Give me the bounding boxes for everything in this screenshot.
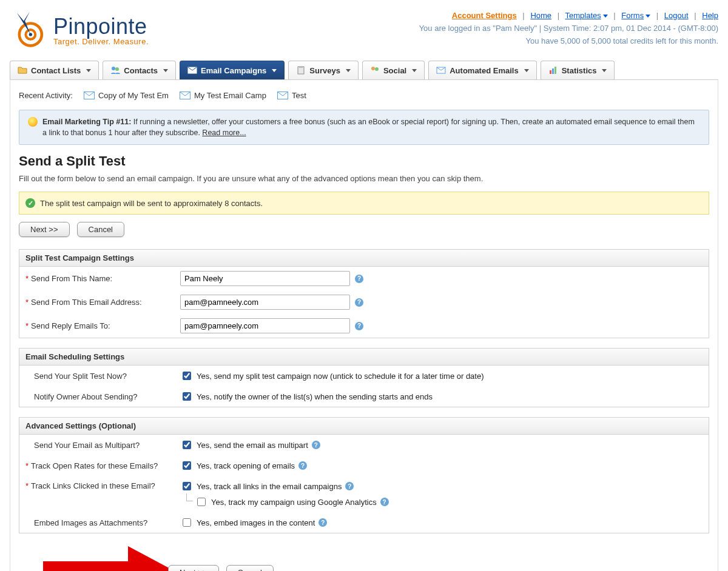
- success-text: The split test campaign will be sent to …: [40, 199, 263, 208]
- reply-to-input[interactable]: [180, 318, 350, 333]
- status-login-line: You are logged in as "Pam Neely" | Syste…: [149, 22, 718, 35]
- help-icon[interactable]: ?: [345, 482, 354, 490]
- envelope-icon: [84, 92, 95, 99]
- tip-read-more-link[interactable]: Read more...: [202, 129, 246, 137]
- recent-label: Recent Activity:: [19, 91, 73, 100]
- button-row-bottom: Next >> Cancel: [168, 565, 274, 571]
- tip-title: Email Marketing Tip #11:: [42, 118, 131, 126]
- svg-rect-13: [552, 68, 554, 74]
- section-advanced: Advanced Settings (Optional) Send Your E…: [19, 417, 709, 533]
- help-icon[interactable]: ?: [380, 498, 389, 506]
- chevron-down-icon: [163, 69, 168, 72]
- tab-contacts[interactable]: Contacts: [103, 61, 176, 79]
- tab-label: Automated Emails: [450, 66, 518, 75]
- track-open-text: Yes, track opening of emails: [197, 461, 295, 470]
- track-links-checkbox[interactable]: [183, 482, 191, 490]
- track-links-text: Yes, track all links in the email campai…: [197, 482, 342, 491]
- envelope-icon: [180, 92, 190, 99]
- from-name-label: Send From This Name:: [31, 274, 112, 283]
- recent-item-label: Test: [292, 91, 306, 100]
- status-credits-line: You have 5,000 of 5,000 total credits le…: [149, 35, 718, 48]
- help-icon[interactable]: ?: [318, 518, 327, 527]
- recent-item[interactable]: Test: [277, 91, 306, 100]
- from-email-label: Send From This Email Address:: [31, 298, 142, 307]
- page-title: Send a Split Test: [19, 153, 709, 169]
- svg-point-4: [112, 67, 115, 70]
- nav-forms[interactable]: Forms: [621, 11, 644, 20]
- button-row-top: Next >> Cancel: [19, 222, 709, 237]
- envelope-icon: [277, 92, 288, 99]
- chevron-down-icon: [602, 69, 607, 72]
- tab-label: Statistics: [562, 66, 597, 75]
- next-button[interactable]: Next >>: [168, 565, 219, 571]
- tab-statistics[interactable]: Statistics: [541, 61, 615, 79]
- nav-logout[interactable]: Logout: [664, 11, 689, 20]
- tab-contact-lists[interactable]: Contact Lists: [10, 61, 99, 79]
- track-open-checkbox[interactable]: [183, 461, 191, 470]
- chevron-down-icon: [645, 15, 650, 18]
- help-icon[interactable]: ?: [355, 322, 363, 330]
- nav-templates[interactable]: Templates: [565, 11, 601, 20]
- embed-images-label: Embed Images as Attachments?: [34, 518, 147, 527]
- send-now-checkbox[interactable]: [183, 372, 191, 380]
- chevron-down-icon: [272, 69, 277, 72]
- notify-owner-text: Yes, notify the owner of the list(s) whe…: [197, 392, 433, 401]
- multipart-checkbox[interactable]: [183, 441, 191, 449]
- main-tabs: Contact Lists Contacts Email Campaigns S…: [10, 61, 718, 80]
- tab-label: Social: [383, 66, 406, 75]
- section-campaign-settings: Split Test Campaign Settings * Send From…: [19, 249, 709, 338]
- lightbulb-icon: [28, 117, 38, 127]
- svg-rect-8: [299, 66, 303, 68]
- reply-to-label: Send Reply Emails To:: [31, 321, 110, 330]
- nav-home[interactable]: Home: [530, 11, 551, 20]
- cancel-button[interactable]: Cancel: [77, 222, 124, 237]
- recent-item-label: My Test Email Camp: [194, 91, 266, 100]
- logo-tagline: Target. Deliver. Measure.: [53, 37, 149, 46]
- tab-email-campaigns[interactable]: Email Campaigns: [180, 61, 285, 79]
- track-open-label: Track Open Rates for these Emails?: [31, 461, 158, 470]
- notify-owner-checkbox[interactable]: [183, 392, 191, 401]
- tab-social[interactable]: Social: [362, 61, 425, 79]
- multipart-text: Yes, send the email as multipart: [197, 441, 308, 450]
- svg-rect-12: [550, 70, 551, 74]
- svg-point-2: [29, 33, 32, 36]
- nav-help[interactable]: Help: [702, 11, 718, 20]
- folder-icon: [18, 65, 27, 75]
- help-icon[interactable]: ?: [312, 441, 320, 449]
- svg-marker-18: [43, 546, 174, 571]
- section-scheduling: Email Scheduling Settings Send Your Spli…: [19, 348, 709, 407]
- help-icon[interactable]: ?: [298, 461, 307, 470]
- recent-activity-bar: Recent Activity: Copy of My Test Em My T…: [10, 86, 718, 105]
- tab-automated-emails[interactable]: Automated Emails: [428, 61, 536, 79]
- recent-item[interactable]: My Test Email Camp: [180, 91, 266, 100]
- track-ga-text: Yes, track my campaign using Google Anal…: [211, 498, 377, 507]
- page-subtitle: Fill out the form below to send an email…: [19, 174, 709, 183]
- svg-point-9: [371, 67, 375, 70]
- tab-surveys[interactable]: Surveys: [288, 61, 359, 79]
- section-header: Email Scheduling Settings: [19, 349, 709, 366]
- recent-item[interactable]: Copy of My Test Em: [84, 91, 169, 100]
- bottom-area: Next >> Cancel: [19, 543, 709, 571]
- envelope-icon: [187, 65, 197, 75]
- help-icon[interactable]: ?: [355, 298, 363, 307]
- from-email-input[interactable]: [180, 295, 350, 310]
- chevron-down-icon: [524, 69, 529, 72]
- track-ga-checkbox[interactable]: [197, 498, 206, 506]
- bar-chart-icon: [548, 65, 558, 75]
- tip-text: If running a newsletter, offer your cust…: [42, 118, 695, 137]
- tab-label: Contact Lists: [31, 66, 81, 75]
- track-links-label: Track Links Clicked in these Email?: [31, 481, 155, 490]
- people-icon: [110, 65, 120, 75]
- help-icon[interactable]: ?: [355, 275, 363, 283]
- tip-box: Email Marketing Tip #11: If running a ne…: [19, 110, 709, 145]
- nav-account-settings[interactable]: Account Settings: [452, 11, 517, 20]
- top-nav: Account Settings | Home | Templates | Fo…: [149, 10, 718, 22]
- cancel-button[interactable]: Cancel: [226, 565, 274, 571]
- embed-images-checkbox[interactable]: [183, 518, 191, 527]
- svg-point-5: [115, 67, 119, 71]
- recent-item-label: Copy of My Test Em: [98, 91, 169, 100]
- tab-label: Surveys: [309, 66, 340, 75]
- from-name-input[interactable]: [180, 271, 350, 286]
- next-button[interactable]: Next >>: [19, 222, 70, 237]
- people-icon: [370, 65, 380, 75]
